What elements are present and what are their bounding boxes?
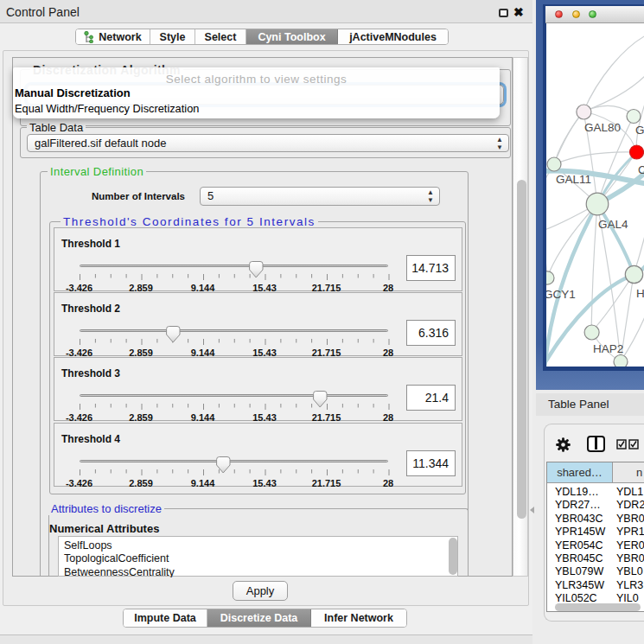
svg-text:GA: GA xyxy=(635,124,644,137)
svg-text:GAL80: GAL80 xyxy=(584,121,621,134)
svg-text:GCY1: GCY1 xyxy=(546,288,576,301)
svg-text:GAL11: GAL11 xyxy=(556,173,591,186)
svg-text:C: C xyxy=(638,163,644,176)
svg-text:H: H xyxy=(636,287,644,300)
svg-text:HAP2: HAP2 xyxy=(593,342,623,355)
svg-text:GAL4: GAL4 xyxy=(598,218,628,231)
